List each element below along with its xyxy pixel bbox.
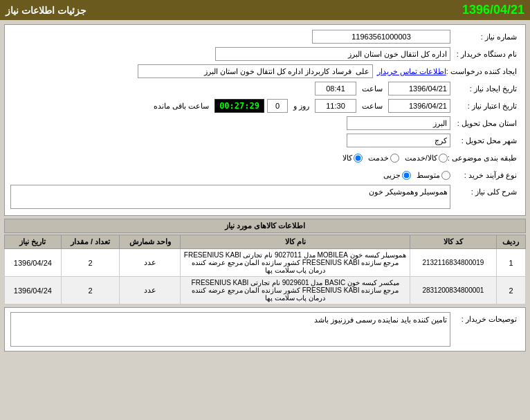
goods-type-label: طبقه بندی موضوعی : <box>448 154 520 163</box>
process-type-jozyi-label: جزیی <box>383 171 401 180</box>
page-title: جزئیات اطلاعات نیاز <box>6 5 86 16</box>
col-code: کد کالا <box>410 235 496 249</box>
cell-id: 2 <box>496 277 525 304</box>
cell-unit: عدد <box>120 277 181 304</box>
klly-desc-value: هموسیلر وهموشیکر خون <box>10 185 450 209</box>
delivery-province-label: استان محل تحویل : <box>450 119 520 128</box>
buyer-notes-value: تامین کننده باید نماینده رسمی فرزنیوز با… <box>10 312 450 347</box>
cell-unit: عدد <box>120 249 181 277</box>
need-number-row: شماره نیاز : <box>10 29 520 44</box>
delivery-city-value-cell <box>10 134 450 147</box>
delivery-city-input[interactable] <box>347 134 450 147</box>
goods-type-kala-label: کالا <box>342 154 352 163</box>
need-number-input[interactable] <box>312 30 450 44</box>
creator-row: ایجاد کننده درخواست : اطلاعات تماس خریدا… <box>10 64 520 79</box>
table-section-header: اطلاعات کالاهای مورد نیاز <box>4 219 526 233</box>
expiry-time-label: ساعت <box>359 102 385 111</box>
timer-display: 00:27:29 <box>214 99 264 113</box>
need-number-value-cell <box>10 30 450 44</box>
date-display: 1396/04/21 <box>462 3 524 17</box>
contact-info-link[interactable]: اطلاعات تماس خریدار <box>377 67 446 76</box>
create-date-row: تاریخ ایجاد نیاز : ساعت <box>10 81 520 96</box>
create-time-input[interactable] <box>315 82 356 95</box>
need-number-label: شماره نیاز : <box>450 33 520 42</box>
goods-table: ردیف کد کالا نام کالا واحد شمارش تعداد /… <box>4 235 526 304</box>
delivery-city-label: شهر محل تحویل : <box>450 136 520 145</box>
cell-code: 2831200834800001 <box>410 277 496 304</box>
expiry-date-row: تاریخ اعتبار نیاز : ساعت روز و 00:27:29 … <box>10 98 520 113</box>
create-date-input[interactable] <box>388 82 450 95</box>
buyer-org-label: نام دستگاه خریدار : <box>450 50 520 59</box>
process-type-value-cell: متوسط جزیی <box>10 171 450 180</box>
buyer-org-row: نام دستگاه خریدار : <box>10 46 520 62</box>
delivery-province-input[interactable] <box>347 116 450 130</box>
cell-date: 1396/04/24 <box>5 277 62 304</box>
remaining-days-label: روز و <box>291 102 312 111</box>
expiry-date-value-cell: ساعت روز و 00:27:29 ساعت باقی مانده <box>10 99 450 113</box>
creator-value-cell: اطلاعات تماس خریدار <box>10 64 446 78</box>
cell-name: هموسیلر کیسه خون MOBILEA مدل 9027011 نام… <box>181 249 410 277</box>
goods-type-kala[interactable]: کالا <box>342 154 363 163</box>
process-type-jozyi-radio[interactable] <box>402 171 411 180</box>
col-date: تاریخ نیاز <box>5 235 62 249</box>
creator-label: ایجاد کننده درخواست : <box>446 67 520 76</box>
cell-qty: 2 <box>61 249 119 277</box>
goods-type-row: طبقه بندی موضوعی : کالا/خدمت خدمت کالا <box>10 150 520 165</box>
cell-qty: 2 <box>61 277 119 304</box>
delivery-province-row: استان محل تحویل : <box>10 116 520 131</box>
buyer-notes-section: توصیحات خریدار : تامین کننده باید نمایند… <box>4 307 526 351</box>
col-id: ردیف <box>496 235 525 249</box>
process-type-jozyi[interactable]: جزیی <box>383 171 411 180</box>
process-type-label: نوع فرآیند خرید : <box>450 171 520 180</box>
buyer-notes-row: توصیحات خریدار : تامین کننده باید نمایند… <box>10 312 520 347</box>
process-type-motavasset-radio[interactable] <box>441 171 450 180</box>
klly-desc-label: شرح کلی نیاز : <box>450 185 520 197</box>
goods-type-khidmat-label: خدمت <box>368 154 389 163</box>
create-date-value-cell: ساعت <box>10 82 450 95</box>
process-type-motavasset-label: متوسط <box>417 171 440 180</box>
cell-id: 1 <box>496 249 525 277</box>
expiry-date-input[interactable] <box>388 99 450 113</box>
cell-date: 1396/04/24 <box>5 249 62 277</box>
buyer-org-input[interactable] <box>215 47 450 61</box>
expiry-date-label: تاریخ اعتبار نیاز : <box>450 102 520 111</box>
goods-type-kala-radio[interactable] <box>354 154 363 163</box>
table-row: 1 2132116834800019 هموسیلر کیسه خون MOBI… <box>5 249 526 277</box>
col-name: نام کالا <box>181 235 410 249</box>
process-type-row: نوع فرآیند خرید : متوسط جزیی <box>10 167 520 183</box>
top-bar: 1396/04/21 جزئیات اطلاعات نیاز <box>0 0 530 20</box>
create-date-label: تاریخ ایجاد نیاز : <box>450 84 520 93</box>
goods-type-khidmat[interactable]: خدمت <box>368 154 399 163</box>
cell-name: میکسر کیسه خون BASIC مدل 9029601 نام تجا… <box>181 277 410 304</box>
col-unit: واحد شمارش <box>120 235 181 249</box>
delivery-city-row: شهر محل تحویل : <box>10 133 520 148</box>
expiry-time-input[interactable] <box>315 99 356 113</box>
table-section: اطلاعات کالاهای مورد نیاز ردیف کد کالا ن… <box>4 219 526 304</box>
goods-type-kala-khidmat-label: کالا/خدمت <box>405 154 437 163</box>
create-time-label: ساعت <box>359 84 385 93</box>
goods-type-kala-khidmat-radio[interactable] <box>439 154 448 163</box>
cell-code: 2132116834800019 <box>410 249 496 277</box>
buyer-org-value-cell <box>10 47 450 61</box>
goods-type-khidmat-radio[interactable] <box>390 154 399 163</box>
goods-type-value-cell: کالا/خدمت خدمت کالا <box>10 154 448 163</box>
buyer-notes-label: توصیحات خریدار : <box>450 312 520 324</box>
klly-desc-content: هموسیلر وهموشیکر خون <box>10 185 450 209</box>
delivery-province-value-cell <box>10 116 450 130</box>
klly-desc-row: شرح کلی نیاز : هموسیلر وهموشیکر خون <box>10 185 520 209</box>
buyer-notes-content: تامین کننده باید نماینده رسمی فرزنیوز با… <box>10 312 450 347</box>
form-section: شماره نیاز : نام دستگاه خریدار : ایجاد ک… <box>4 24 526 216</box>
creator-input[interactable] <box>138 64 373 78</box>
process-type-motavasset[interactable]: متوسط <box>417 171 450 180</box>
col-qty: تعداد / مقدار <box>61 235 119 249</box>
table-row: 2 2831200834800001 میکسر کیسه خون BASIC … <box>5 277 526 304</box>
remaining-label: ساعت باقی مانده <box>151 102 212 111</box>
days-input[interactable] <box>267 99 288 113</box>
goods-type-kala-khidmat[interactable]: کالا/خدمت <box>405 154 448 163</box>
main-content: شماره نیاز : نام دستگاه خریدار : ایجاد ک… <box>0 20 530 418</box>
